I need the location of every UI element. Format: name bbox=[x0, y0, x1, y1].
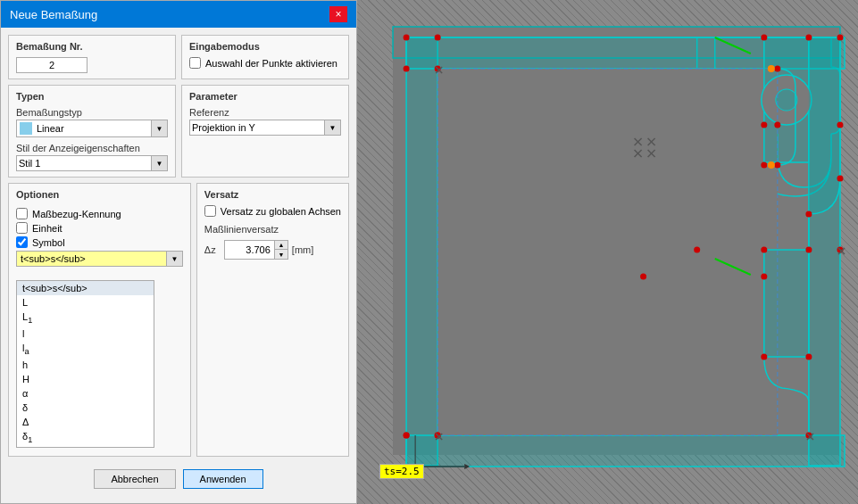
massbezug-checkbox[interactable] bbox=[16, 208, 28, 219]
versatz-section: Versatz Versatz zu globalen Achsen Maßli… bbox=[196, 183, 349, 457]
symbol-label: Symbol bbox=[32, 237, 65, 248]
punkte-label: Auswahl der Punkte aktivieren bbox=[205, 58, 337, 69]
svg-point-37 bbox=[694, 247, 700, 253]
typen-label: Typen bbox=[16, 91, 168, 102]
svg-point-23 bbox=[761, 354, 767, 360]
cad-drawing bbox=[357, 0, 858, 504]
svg-point-14 bbox=[805, 35, 812, 41]
referenz-arrow[interactable]: ▼ bbox=[324, 120, 340, 135]
referenz-select[interactable]: Projektion in Y ▼ bbox=[189, 120, 341, 136]
parameter-label: Parameter bbox=[189, 91, 341, 102]
svg-point-35 bbox=[761, 122, 767, 128]
svg-point-9 bbox=[776, 89, 797, 111]
svg-point-38 bbox=[640, 274, 646, 280]
versatz-checkbox-row: Versatz zu globalen Achsen bbox=[204, 205, 341, 217]
svg-point-16 bbox=[837, 122, 843, 128]
svg-point-40 bbox=[768, 65, 775, 72]
spin-up-button[interactable]: ▲ bbox=[275, 241, 287, 250]
massbezug-label: Maßbezug-Kennung bbox=[32, 209, 121, 219]
svg-point-33 bbox=[774, 162, 780, 169]
svg-point-22 bbox=[805, 354, 812, 360]
dropdown-item-2[interactable]: L1 bbox=[17, 310, 154, 326]
svg-rect-3 bbox=[406, 435, 845, 467]
svg-point-18 bbox=[805, 211, 812, 218]
symbol-input[interactable]: t<sub>s</sub> ▼ bbox=[16, 251, 183, 267]
apply-button[interactable]: Anwenden bbox=[183, 469, 263, 489]
close-button[interactable]: × bbox=[329, 6, 347, 22]
stil-select[interactable]: Stil 1 ▼ bbox=[16, 155, 168, 171]
symbol-value: t<sub>s</sub> bbox=[17, 252, 166, 266]
svg-point-19 bbox=[805, 247, 812, 253]
symbol-dropdown: t<sub>s</sub> L L1 l la h H α δ Δ δ1 bbox=[16, 280, 154, 448]
svg-point-20 bbox=[761, 247, 767, 253]
dropdown-item-3[interactable]: l bbox=[17, 326, 154, 341]
versatz-global-label: Versatz zu globalen Achsen bbox=[221, 206, 341, 217]
svg-point-17 bbox=[837, 176, 843, 182]
linear-icon bbox=[20, 122, 32, 135]
svg-point-28 bbox=[404, 66, 410, 72]
svg-point-13 bbox=[761, 35, 767, 41]
delta-row: Δz ▲ ▼ [mm] bbox=[204, 240, 341, 260]
dropdown-item-1[interactable]: L bbox=[17, 295, 154, 310]
dropdown-item-9[interactable]: Δ bbox=[17, 415, 154, 429]
delta-spin: ▲ ▼ bbox=[224, 240, 288, 260]
dropdown-item-4[interactable]: la bbox=[17, 341, 154, 358]
svg-rect-2 bbox=[406, 37, 437, 466]
eingabemodus-label: Eingabemodus bbox=[189, 41, 341, 52]
dropdown-item-10[interactable]: δ1 bbox=[17, 429, 154, 446]
symbol-row: Symbol bbox=[16, 236, 183, 248]
svg-point-34 bbox=[761, 162, 767, 169]
row-3: Optionen Maßbezug-Kennung Einheit Symbol… bbox=[8, 183, 349, 457]
stil-value: Stil 1 bbox=[17, 156, 151, 170]
btype-arrow[interactable]: ▼ bbox=[151, 120, 167, 136]
svg-point-36 bbox=[774, 122, 780, 128]
svg-rect-6 bbox=[437, 69, 778, 435]
svg-point-39 bbox=[761, 274, 767, 280]
svg-point-41 bbox=[768, 161, 775, 169]
punkte-checkbox-row: Auswahl der Punkte aktivieren bbox=[189, 57, 341, 69]
dialog-title: Neue Bemaßung bbox=[10, 8, 97, 21]
referenz-label: Referenz bbox=[189, 107, 341, 118]
btype-value: Linear bbox=[35, 121, 151, 136]
masslinie-label: Maßlinienversatz bbox=[204, 224, 341, 235]
optionen-section: Optionen Maßbezug-Kennung Einheit Symbol… bbox=[8, 183, 191, 457]
einheit-checkbox[interactable] bbox=[16, 222, 28, 234]
dropdown-item-0[interactable]: t<sub>s</sub> bbox=[17, 281, 154, 295]
typen-section: Typen Bemaßungstyp Linear ▼ Stil der Anz… bbox=[8, 85, 176, 178]
button-row: Abbrechen Anwenden bbox=[8, 462, 349, 496]
delta-value[interactable] bbox=[225, 243, 274, 257]
delta-label: Δz bbox=[204, 244, 221, 255]
referenz-value: Projektion in Y bbox=[190, 120, 324, 135]
versatz-checkbox[interactable] bbox=[204, 205, 216, 217]
massbezug-row: Maßbezug-Kennung bbox=[16, 208, 183, 219]
masslinie-container: Maßlinienversatz Δz ▲ ▼ [mm] bbox=[204, 224, 341, 260]
symbol-arrow[interactable]: ▼ bbox=[166, 252, 182, 266]
dropdown-item-8[interactable]: δ bbox=[17, 401, 154, 415]
cancel-button[interactable]: Abbrechen bbox=[94, 469, 175, 489]
parameter-section: Parameter Referenz Projektion in Y ▼ bbox=[181, 85, 349, 178]
svg-rect-10 bbox=[764, 250, 809, 357]
dialog-panel: Neue Bemaßung × Bemaßung Nr. Eingabemodu… bbox=[0, 0, 357, 504]
svg-point-12 bbox=[435, 35, 441, 41]
row-2: Typen Bemaßungstyp Linear ▼ Stil der Anz… bbox=[8, 85, 349, 178]
dropdown-item-7[interactable]: α bbox=[17, 386, 154, 401]
cad-dimension-label: ts=2.5 bbox=[379, 464, 424, 479]
svg-point-30 bbox=[404, 433, 410, 439]
dialog-titlebar: Neue Bemaßung × bbox=[1, 1, 356, 28]
unit-label: [mm] bbox=[292, 244, 313, 255]
btype-select[interactable]: Linear ▼ bbox=[16, 120, 168, 137]
dropdown-item-6[interactable]: H bbox=[17, 372, 154, 386]
spin-down-button[interactable]: ▼ bbox=[275, 250, 287, 259]
dropdown-item-5[interactable]: h bbox=[17, 358, 154, 372]
row-1: Bemaßung Nr. Eingabemodus Auswahl der Pu… bbox=[8, 35, 349, 79]
optionen-label: Optionen bbox=[16, 189, 183, 200]
einheit-label: Einheit bbox=[32, 223, 62, 234]
bemassungnr-section: Bemaßung Nr. bbox=[8, 35, 176, 79]
eingabemodus-section: Eingabemodus Auswahl der Punkte aktivier… bbox=[181, 35, 349, 79]
symbol-checkbox[interactable] bbox=[16, 236, 28, 248]
svg-point-32 bbox=[774, 66, 780, 72]
punkte-checkbox[interactable] bbox=[189, 57, 201, 69]
bemassungnr-input[interactable] bbox=[16, 57, 87, 73]
einheit-row: Einheit bbox=[16, 222, 183, 234]
stil-arrow[interactable]: ▼ bbox=[151, 156, 167, 170]
